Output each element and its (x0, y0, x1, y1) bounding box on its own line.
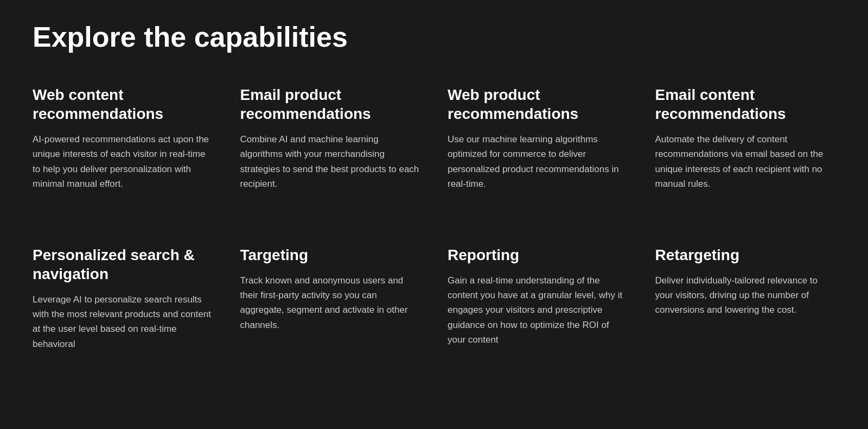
capability-desc-targeting: Track known and anonymous users and thei… (240, 273, 421, 332)
capability-title-web-product: Web product recommendations (448, 85, 628, 123)
capabilities-grid: Web content recommendations AI-powered r… (33, 85, 835, 351)
capability-title-email-content: Email content recommendations (655, 85, 836, 123)
capability-card-reporting: Reporting Gain a real-time understanding… (448, 245, 628, 351)
capability-title-email-product: Email product recommendations (240, 85, 421, 123)
capability-card-retargeting: Retargeting Deliver individually-tailore… (655, 245, 836, 351)
capability-card-email-product: Email product recommendations Combine AI… (240, 85, 421, 191)
capability-desc-email-content: Automate the delivery of content recomme… (655, 132, 836, 191)
page-title: Explore the capabilities (33, 22, 835, 53)
capability-card-web-content: Web content recommendations AI-powered r… (33, 85, 213, 191)
capability-title-web-content: Web content recommendations (33, 85, 213, 123)
capability-desc-web-product: Use our machine learning algorithms opti… (448, 132, 628, 191)
row-spacer (33, 213, 835, 224)
capability-card-personalized-search: Personalized search & navigation Leverag… (33, 245, 213, 351)
capability-desc-personalized-search: Leverage AI to personalize search result… (33, 292, 213, 351)
capability-title-targeting: Targeting (240, 245, 421, 264)
capability-desc-web-content: AI-powered recommendations act upon the … (33, 132, 213, 191)
capability-card-targeting: Targeting Track known and anonymous user… (240, 245, 421, 351)
capability-card-email-content: Email content recommendations Automate t… (655, 85, 836, 191)
capability-title-reporting: Reporting (448, 245, 628, 264)
capability-desc-email-product: Combine AI and machine learning algorith… (240, 132, 421, 191)
capability-desc-reporting: Gain a real-time understanding of the co… (448, 273, 628, 347)
capability-title-retargeting: Retargeting (655, 245, 836, 264)
capability-desc-retargeting: Deliver individually-tailored relevance … (655, 273, 836, 318)
capability-card-web-product: Web product recommendations Use our mach… (448, 85, 628, 191)
capability-title-personalized-search: Personalized search & navigation (33, 245, 213, 283)
